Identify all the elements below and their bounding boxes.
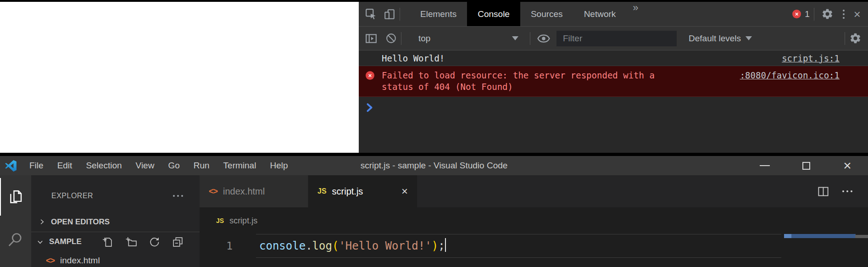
tab-label: script.js — [332, 186, 363, 197]
console-error-row: × Failed to load resource: the server re… — [359, 66, 868, 97]
refresh-icon[interactable] — [149, 236, 160, 248]
chevron-right-icon — [39, 218, 45, 225]
error-circle-icon: × — [366, 71, 374, 80]
console-settings-gear-icon[interactable] — [849, 32, 862, 44]
folder-section[interactable]: SAMPLE — [31, 232, 200, 251]
explorer-actions-icon[interactable] — [173, 195, 183, 197]
menu-file[interactable]: File — [22, 161, 50, 171]
tab-elements[interactable]: Elements — [410, 2, 467, 26]
devtools-panel: Elements Console Sources Network » × 1 × — [359, 2, 868, 153]
html-file-icon: <> — [209, 187, 217, 196]
tab-label: index.html — [223, 186, 265, 197]
divider — [400, 8, 400, 21]
minimize-icon — [760, 165, 770, 166]
split-editor-icon[interactable] — [817, 185, 829, 198]
token-string: 'Hello World!' — [339, 239, 431, 252]
editor-scrollbar[interactable] — [855, 235, 868, 238]
activitybar-explorer[interactable] — [0, 175, 31, 218]
clear-console-icon[interactable] — [385, 33, 397, 44]
breadcrumb[interactable]: JS script.js — [200, 207, 868, 234]
chevron-down-icon — [37, 239, 44, 245]
tab-sources[interactable]: Sources — [520, 2, 573, 26]
divider — [845, 32, 845, 45]
html-file-icon: <> — [46, 256, 55, 266]
divider — [401, 32, 401, 45]
tab-network[interactable]: Network — [573, 2, 627, 26]
maximize-button[interactable] — [785, 156, 827, 175]
context-selector-value: top — [418, 33, 430, 44]
open-editors-section[interactable]: OPEN EDITORS — [31, 212, 200, 232]
console-log-source-link[interactable]: script.js:1 — [782, 53, 840, 63]
folder-name: SAMPLE — [49, 237, 82, 246]
divider — [530, 32, 530, 45]
console-log-text: Hello World! — [382, 53, 445, 63]
file-name: index.html — [60, 256, 100, 266]
vscode-main: EXPLORER OPEN EDITORS SAMPLE — [0, 175, 868, 267]
minimap[interactable] — [784, 234, 856, 238]
log-levels-dropdown[interactable]: Default levels — [689, 33, 752, 44]
code-text[interactable]: console.log('Hello World!'); — [259, 234, 446, 258]
close-button[interactable]: × — [827, 156, 868, 175]
menu-view[interactable]: View — [129, 161, 161, 171]
inspect-element-icon[interactable] — [365, 8, 377, 20]
tab-console[interactable]: Console — [467, 2, 520, 26]
console-log-row: Hello World! script.js:1 — [359, 50, 868, 66]
editor-tab-bar: <> index.html JS script.js × — [200, 175, 868, 207]
menu-help[interactable]: Help — [263, 161, 295, 171]
kebab-menu-icon[interactable] — [836, 10, 851, 19]
settings-gear-icon[interactable] — [818, 8, 836, 20]
explorer-header: EXPLORER — [31, 175, 200, 212]
text-cursor — [445, 238, 446, 252]
close-icon: × — [843, 159, 851, 172]
maximize-icon — [802, 162, 810, 170]
open-editors-label: OPEN EDITORS — [51, 217, 110, 227]
token-log: log — [312, 239, 332, 252]
log-levels-value: Default levels — [689, 33, 741, 44]
console-sidebar-icon[interactable] — [365, 33, 377, 44]
vscode-window: File Edit Selection View Go Run Terminal… — [0, 153, 868, 267]
chevron-down-icon — [746, 36, 752, 40]
error-counter[interactable]: × 1 — [792, 9, 810, 19]
live-expression-eye-icon[interactable] — [537, 32, 550, 45]
breadcrumb-file: script.js — [229, 216, 257, 226]
browser-blank-page — [0, 2, 359, 153]
code-line-1[interactable]: 1 console.log('Hello World!'); — [200, 234, 868, 258]
console-toolbar: top Default levels — [359, 27, 868, 50]
menu-go[interactable]: Go — [161, 161, 186, 171]
error-count: 1 — [805, 9, 810, 19]
more-actions-icon[interactable] — [842, 190, 852, 192]
context-selector[interactable]: top — [411, 31, 526, 46]
console-error-source-link[interactable]: :8080/favicon.ico:1 — [740, 70, 840, 81]
device-toolbar-icon[interactable] — [384, 8, 395, 20]
minimize-button[interactable] — [744, 156, 785, 175]
menu-terminal[interactable]: Terminal — [217, 161, 263, 171]
collapse-folders-icon[interactable] — [172, 236, 184, 248]
chevron-down-icon — [512, 36, 518, 40]
activitybar-search[interactable] — [0, 218, 31, 261]
console-filter-input[interactable] — [556, 31, 677, 46]
devtools-close-icon[interactable]: × — [851, 8, 868, 20]
vscode-logo-icon — [5, 160, 17, 172]
search-icon — [7, 232, 24, 248]
file-item-index-html[interactable]: <> index.html — [31, 251, 200, 267]
editor-actions — [817, 175, 852, 207]
tab-index-html[interactable]: <> index.html — [200, 175, 308, 207]
error-badge-icon: × — [792, 10, 801, 18]
tab-script-js[interactable]: JS script.js × — [308, 175, 417, 207]
code-editor: JS script.js 1 console.log('Hello World!… — [200, 207, 868, 267]
tab-close-icon[interactable]: × — [401, 186, 408, 197]
new-file-icon[interactable] — [102, 236, 113, 248]
devtools-tab-bar: Elements Console Sources Network » × 1 × — [359, 2, 868, 27]
menu-run[interactable]: Run — [187, 161, 217, 171]
more-tabs-icon[interactable]: » — [626, 2, 645, 26]
token-semicolon: ; — [438, 239, 445, 252]
window-gap — [0, 153, 868, 156]
menu-selection[interactable]: Selection — [79, 161, 128, 171]
screen: Elements Console Sources Network » × 1 × — [0, 0, 868, 267]
console-prompt[interactable] — [359, 97, 868, 114]
vscode-titlebar: File Edit Selection View Go Run Terminal… — [0, 156, 868, 175]
menu-edit[interactable]: Edit — [50, 161, 79, 171]
token-paren-open: ( — [332, 239, 339, 252]
explorer-title: EXPLORER — [51, 192, 93, 200]
new-folder-icon[interactable] — [125, 236, 137, 248]
